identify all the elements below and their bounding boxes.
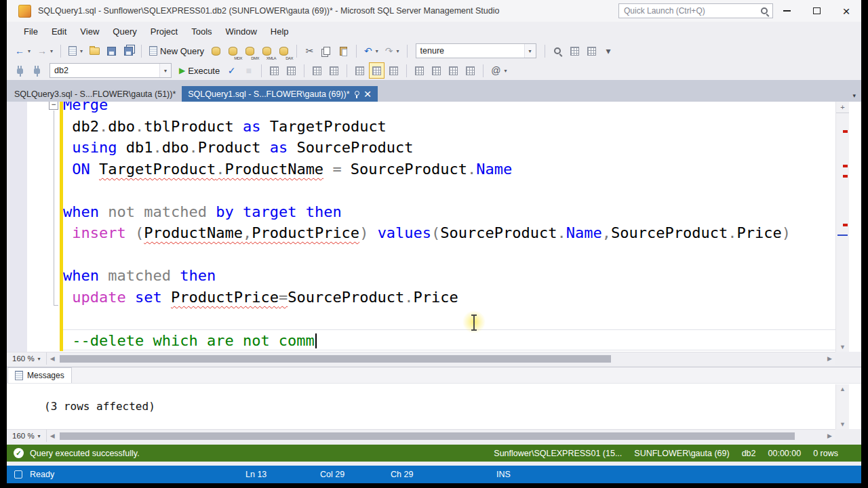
scroll-track[interactable] xyxy=(58,430,825,442)
save-icon[interactable] xyxy=(104,43,119,59)
split-editor-handle-icon[interactable] xyxy=(836,102,849,113)
tab-messages[interactable]: Messages xyxy=(7,367,72,383)
chevron-down-icon[interactable] xyxy=(159,64,171,77)
menu-help[interactable]: Help xyxy=(264,24,296,39)
connect-icon[interactable] xyxy=(12,62,28,79)
save-all-icon[interactable] xyxy=(121,43,136,59)
code-editor[interactable]: − Mergedb2.dbo.tblProduct as TargetProdu… xyxy=(7,102,861,352)
chevron-down-icon[interactable] xyxy=(524,44,536,58)
cut-icon[interactable]: ✂ xyxy=(302,43,317,59)
menu-file[interactable]: File xyxy=(17,24,45,39)
menu-query[interactable]: Query xyxy=(106,24,143,39)
cancel-query-icon[interactable]: ■ xyxy=(241,62,256,79)
code-line[interactable]: when matched then xyxy=(63,265,835,287)
include-client-statistics-icon[interactable] xyxy=(326,62,342,79)
change-connection-icon[interactable] xyxy=(29,62,45,79)
scroll-thumb[interactable] xyxy=(60,355,611,363)
scroll-track[interactable] xyxy=(58,352,825,365)
pin-icon[interactable] xyxy=(355,91,359,96)
decrease-indent-icon[interactable] xyxy=(446,62,461,79)
code-line[interactable]: Merge xyxy=(63,102,835,116)
maximize-button[interactable] xyxy=(802,0,831,22)
quick-launch-input[interactable]: Quick Launch (Ctrl+Q) xyxy=(618,3,773,18)
query-options-icon[interactable] xyxy=(267,62,282,79)
code-line[interactable]: insert (ProductName,ProductPrice) values… xyxy=(63,222,835,244)
document-tab[interactable]: SQLQuery3.sql - S...FLOWER\gauta (51))* xyxy=(8,86,182,102)
menu-edit[interactable]: Edit xyxy=(45,24,73,39)
standard-toolbar: ←→New QueryMDXDMXXMLADAX✂↶↷tenure▾ xyxy=(7,41,861,61)
mdx-query-icon[interactable]: MDX xyxy=(225,43,241,59)
menu-project[interactable]: Project xyxy=(144,24,184,39)
paste-icon[interactable] xyxy=(336,43,351,59)
redo-icon[interactable]: ↷ xyxy=(382,43,402,59)
undo-icon[interactable]: ↶ xyxy=(361,43,381,59)
xmla-query-icon[interactable]: XMLA xyxy=(259,43,275,59)
properties-window-icon[interactable] xyxy=(567,43,583,59)
close-button[interactable] xyxy=(831,0,861,22)
scroll-down-icon[interactable] xyxy=(836,344,849,350)
comment-out-icon[interactable] xyxy=(412,62,427,79)
close-tab-icon[interactable] xyxy=(364,87,372,100)
messages-vertical-scrollbar[interactable] xyxy=(835,384,849,429)
scroll-left-icon[interactable] xyxy=(47,432,58,439)
messages-zoom-select[interactable]: 160 % xyxy=(7,430,47,442)
code-line[interactable]: using db1.dbo.Product as SourceProduct xyxy=(63,137,835,159)
results-to-grid-icon[interactable] xyxy=(369,62,384,79)
status-column-number: Col 29 xyxy=(320,470,344,479)
intellisense-icon[interactable] xyxy=(283,62,299,79)
code-line[interactable]: ON TargetProduct.ProductName = SourcePro… xyxy=(63,159,835,180)
toolbar-overflow-caret[interactable]: ▾ xyxy=(601,43,616,59)
editor-zoom-select[interactable]: 160 % xyxy=(7,352,47,365)
dax-query-icon[interactable]: DAX xyxy=(276,43,292,59)
navigate-forward-icon[interactable]: → xyxy=(35,43,56,59)
minimize-button[interactable] xyxy=(772,0,802,22)
database-engine-query-icon[interactable] xyxy=(208,43,224,59)
status-char-number: Ch 29 xyxy=(391,470,413,479)
scroll-thumb[interactable] xyxy=(60,432,795,440)
menu-view[interactable]: View xyxy=(73,24,106,39)
code-line[interactable]: db2.dbo.tblProduct as TargetProduct xyxy=(63,116,835,138)
open-file-icon[interactable] xyxy=(87,43,102,59)
code-line[interactable] xyxy=(63,308,835,329)
new-query-button[interactable]: New Query xyxy=(146,43,207,59)
debug-target-combo[interactable]: tenure xyxy=(416,43,536,58)
copy-icon[interactable] xyxy=(319,43,334,59)
menu-tools[interactable]: Tools xyxy=(184,24,218,39)
code-line[interactable] xyxy=(63,244,835,266)
status-line-number: Ln 13 xyxy=(245,470,267,479)
specify-template-values-icon[interactable]: @ xyxy=(488,62,509,79)
execute-button[interactable]: ▶Execute xyxy=(176,62,222,79)
tools-options-icon[interactable] xyxy=(584,43,599,59)
document-tab[interactable]: SQLQuery1.sql - S...FLOWER\gauta (69))* xyxy=(182,86,377,102)
scroll-left-icon[interactable] xyxy=(47,355,58,362)
increase-indent-icon[interactable] xyxy=(462,62,478,79)
find-icon[interactable] xyxy=(550,43,566,59)
available-databases-combo[interactable]: db2 xyxy=(50,63,172,78)
editor-vertical-scrollbar[interactable] xyxy=(835,102,849,352)
results-to-file-icon[interactable] xyxy=(386,62,401,79)
code-line[interactable]: --delete which are not comm xyxy=(63,329,835,351)
toolbar-separator xyxy=(406,64,407,77)
code-line[interactable] xyxy=(63,180,835,201)
navigate-backward-icon[interactable]: ← xyxy=(12,43,33,59)
scroll-right-icon[interactable] xyxy=(824,355,835,362)
scroll-down-icon[interactable] xyxy=(836,421,849,428)
menu-window[interactable]: Window xyxy=(219,24,264,39)
dmx-query-icon[interactable]: DMX xyxy=(242,43,258,59)
messages-pane: Messages (3 rows affected) xyxy=(7,367,861,429)
scroll-right-icon[interactable] xyxy=(824,432,835,439)
include-actual-plan-icon[interactable] xyxy=(309,62,325,79)
parse-icon[interactable]: ✓ xyxy=(224,62,239,79)
uncomment-icon[interactable] xyxy=(429,62,444,79)
new-query-shortcut-icon[interactable] xyxy=(66,43,85,59)
editor-zoom-value: 160 % xyxy=(12,354,35,363)
code-line[interactable]: when not matched by target then xyxy=(63,201,835,223)
results-to-text-icon[interactable] xyxy=(352,62,368,79)
toolbar-separator xyxy=(356,45,357,58)
code-line[interactable]: update set ProductPrice=SourceProduct.Pr… xyxy=(63,287,835,308)
status-glyph-icon xyxy=(14,470,22,479)
editor-horizontal-scrollbar[interactable]: 160 % xyxy=(7,352,835,365)
collapse-toggle-icon[interactable]: − xyxy=(49,102,58,110)
messages-horizontal-scrollbar[interactable]: 160 % xyxy=(7,429,835,442)
scroll-up-icon[interactable] xyxy=(836,386,849,392)
